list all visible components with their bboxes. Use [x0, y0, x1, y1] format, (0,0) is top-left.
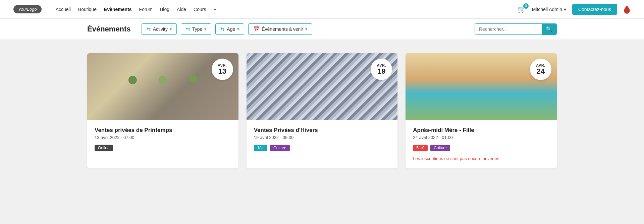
- tags-list: Online: [95, 145, 231, 151]
- logo[interactable]: YourLogo: [13, 5, 42, 13]
- nav-link-boutique[interactable]: Boutique: [78, 7, 97, 12]
- event-card[interactable]: AVR. 19 Ventes Privées d'Hivers 19 avril…: [247, 53, 398, 168]
- card-image-wrap: AVR. 24: [406, 53, 557, 120]
- nav-more-icon[interactable]: +: [213, 7, 216, 12]
- card-image-wrap: AVR. 19: [247, 53, 398, 120]
- nav-right: 🛒 0 Mitchell Admin ▾ Contactez-nous: [518, 4, 631, 15]
- type-chevron-icon: ▾: [204, 27, 206, 31]
- card-body: Après-midi Mère - Fille 24 avril 2022 - …: [406, 120, 557, 168]
- nav-item-aide[interactable]: Aide: [177, 6, 186, 12]
- search-button[interactable]: 🔍: [542, 24, 556, 34]
- nav-link-evenements[interactable]: Évènements: [104, 7, 131, 12]
- event-name: Ventes Privées d'Hivers: [254, 127, 390, 134]
- search-icon: 🔍: [546, 26, 552, 32]
- age-chevron-icon: ▾: [237, 27, 239, 31]
- event-tag: Culture: [430, 145, 450, 151]
- event-card[interactable]: AVR. 13 Ventes privées de Printemps 13 a…: [87, 53, 238, 168]
- nav-item-more[interactable]: +: [213, 6, 216, 12]
- chevron-down-icon: ▾: [564, 7, 566, 12]
- event-datetime: 24 avril 2022 - 01:00: [413, 135, 549, 140]
- tags-list: 18+Culture: [254, 145, 390, 151]
- date-badge: AVR. 24: [530, 59, 551, 80]
- logo-text: YourLogo: [18, 7, 37, 12]
- card-body: Ventes Privées d'Hivers 19 avril 2022 - …: [247, 120, 398, 159]
- contact-button[interactable]: Contactez-nous: [572, 4, 617, 15]
- nav-links: Accueil Boutique Évènements Forum Blog A…: [56, 6, 507, 12]
- search-wrap: 🔍: [475, 23, 557, 35]
- nav-link-aide[interactable]: Aide: [177, 7, 186, 12]
- user-menu[interactable]: Mitchell Admin ▾: [532, 7, 566, 12]
- nav-link-blog[interactable]: Blog: [160, 7, 169, 12]
- nav-link-forum[interactable]: Forum: [139, 7, 153, 12]
- activity-chevron-icon: ▾: [170, 27, 172, 31]
- nav-item-forum[interactable]: Forum: [139, 6, 153, 12]
- nav-item-boutique[interactable]: Boutique: [78, 6, 97, 12]
- cart-badge: 0: [523, 3, 529, 9]
- nav-link-accueil[interactable]: Accueil: [56, 7, 71, 12]
- age-filter-label: Age: [227, 26, 235, 32]
- filter-icon-age: ⇆: [220, 26, 225, 32]
- type-filter-label: Type: [192, 26, 202, 32]
- card-body: Ventes privées de Printemps 13 avril 202…: [87, 120, 238, 159]
- event-name: Ventes privées de Printemps: [95, 127, 231, 134]
- event-card[interactable]: AVR. 24 Après-midi Mère - Fille 24 avril…: [406, 53, 557, 168]
- event-name: Après-midi Mère - Fille: [413, 127, 549, 134]
- user-name: Mitchell Admin: [532, 7, 562, 12]
- date-filter-label: Événements à venir: [262, 26, 303, 32]
- navbar: YourLogo Accueil Boutique Évènements For…: [0, 0, 644, 19]
- age-filter-button[interactable]: ⇆ Age ▾: [215, 23, 244, 35]
- date-filter-button[interactable]: 📅 Événements à venir ▾: [248, 23, 312, 35]
- activity-filter-label: Activity: [153, 26, 168, 32]
- search-input[interactable]: [475, 24, 542, 34]
- activity-filter-button[interactable]: ⇆ Activity ▾: [142, 23, 177, 35]
- filter-bar: Événements ⇆ Activity ▾ ⇆ Type ▾ ⇆ Age ▾…: [0, 19, 644, 40]
- event-day: 19: [377, 67, 385, 75]
- event-tag: 18+: [254, 145, 267, 151]
- event-tag: 5-10: [413, 145, 428, 151]
- filter-icon-type: ⇆: [186, 26, 190, 32]
- events-grid: AVR. 13 Ventes privées de Printemps 13 a…: [87, 53, 557, 168]
- card-image-wrap: AVR. 13: [87, 53, 238, 120]
- droplet-icon: [623, 5, 631, 14]
- nav-link-cours[interactable]: Cours: [194, 7, 206, 12]
- calendar-icon: 📅: [253, 26, 260, 32]
- event-datetime: 13 avril 2022 - 07:00: [95, 135, 231, 140]
- nav-item-blog[interactable]: Blog: [160, 6, 169, 12]
- date-badge: AVR. 19: [371, 59, 392, 80]
- not-open-text: Les inscriptions ne sont pas encore ouve…: [413, 156, 549, 161]
- type-filter-button[interactable]: ⇆ Type ▾: [181, 23, 211, 35]
- event-datetime: 19 avril 2022 - 09:00: [254, 135, 390, 140]
- main-content: AVR. 13 Ventes privées de Printemps 13 a…: [0, 40, 644, 207]
- nav-item-cours[interactable]: Cours: [194, 6, 206, 12]
- nav-item-accueil[interactable]: Accueil: [56, 6, 71, 12]
- event-day: 24: [537, 67, 545, 75]
- date-badge: AVR. 13: [212, 59, 233, 80]
- nav-item-evenements[interactable]: Évènements: [104, 6, 131, 12]
- event-tag: Online: [95, 145, 113, 151]
- event-tag: Culture: [270, 145, 290, 151]
- filter-icon-activity: ⇆: [147, 26, 151, 32]
- page-title: Événements: [87, 25, 131, 33]
- tags-list: 5-10Culture: [413, 145, 549, 151]
- cart-icon[interactable]: 🛒 0: [518, 5, 526, 13]
- event-day: 13: [218, 67, 226, 75]
- date-chevron-icon: ▾: [305, 27, 307, 31]
